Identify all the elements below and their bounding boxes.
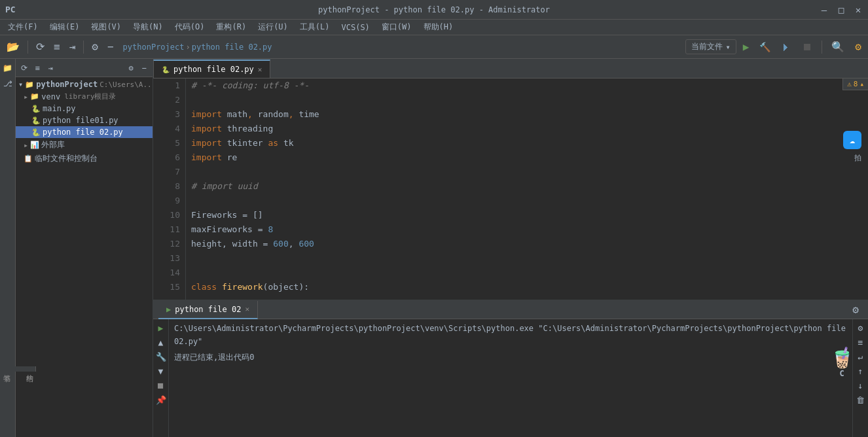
- cloud-label[interactable]: 拍: [854, 153, 861, 163]
- menu-file[interactable]: 文件(F): [3, 20, 43, 34]
- menu-window[interactable]: 窗口(W): [376, 20, 417, 34]
- code-modules-3c: time: [294, 107, 319, 122]
- tree-file01-label: python file01.py: [43, 116, 118, 125]
- build-button[interactable]: 🔨: [755, 40, 774, 54]
- editor-tab-close-icon[interactable]: ✕: [258, 65, 262, 74]
- toolbar-sync-icon[interactable]: ⟳: [32, 39, 48, 55]
- toolbar-indent-icon[interactable]: ⇥: [65, 39, 80, 55]
- sidebar-icons: 📁 ⎇: [0, 59, 16, 437]
- tree-file02-py-icon: 🐍: [31, 128, 41, 137]
- tree-settings-icon[interactable]: ⚙: [125, 62, 137, 74]
- bottom-right-settings-icon[interactable]: ⚙: [855, 322, 867, 334]
- bottom-trash-icon[interactable]: 🗑: [855, 394, 867, 406]
- editor-tab-file02[interactable]: 🐍 python file 02.py ✕: [153, 60, 270, 78]
- terminal-pin-icon[interactable]: 📌: [155, 394, 167, 406]
- tree-project-path: C:\Users\A...: [99, 80, 153, 89]
- terminal-exit-line: 进程已结束,退出代码0: [174, 351, 847, 364]
- search-button[interactable]: 🔍: [827, 39, 848, 55]
- tree-item-file02[interactable]: 🐍 python file 02.py: [16, 126, 153, 138]
- tree-item-main[interactable]: 🐍 main.py: [16, 103, 153, 114]
- code-tk: tk: [278, 136, 293, 150]
- menu-navigate[interactable]: 导航(N): [128, 20, 168, 34]
- run-config-dropdown[interactable]: 当前文件 ▾: [685, 39, 736, 54]
- menu-vcs[interactable]: VCS(S): [336, 22, 375, 33]
- app-logo: PC: [5, 5, 16, 14]
- code-comment-8: # import uuid: [191, 179, 258, 194]
- bottom-settings-icon[interactable]: ⚙: [848, 302, 863, 318]
- title-bar-left: PC: [5, 5, 16, 14]
- menu-view[interactable]: 视图(V): [86, 20, 126, 34]
- code-comma-12: ,: [222, 237, 232, 251]
- code-width-var: width: [232, 237, 258, 251]
- settings-button[interactable]: ⚙: [851, 39, 865, 55]
- editor-tab-py-icon: 🐍: [162, 66, 170, 73]
- run-button[interactable]: ▶: [739, 39, 753, 55]
- bottom-tab-close-icon[interactable]: ✕: [245, 305, 249, 313]
- maximize-button[interactable]: □: [837, 5, 846, 14]
- title-bar: PC pythonProject - python file 02.py - A…: [0, 0, 868, 20]
- kw-as-5: as: [268, 136, 278, 150]
- breadcrumb-project[interactable]: pythonProject: [123, 43, 185, 52]
- terminal-run-icon[interactable]: ▶: [155, 322, 167, 334]
- tree-root-project[interactable]: ▾ 📁 pythonProject C:\Users\A...: [16, 79, 153, 90]
- sticker-letter: C: [839, 369, 844, 378]
- code-line-12: height , width = 600 , 600: [191, 237, 863, 251]
- code-eq-11: =: [253, 222, 268, 237]
- line-num-1: 1: [156, 79, 180, 93]
- coverage-button[interactable]: ⏵: [777, 39, 795, 55]
- line-num-14: 14: [156, 266, 180, 280]
- run-config-label: 当前文件: [691, 41, 723, 52]
- cloud-text: 拍: [854, 154, 861, 162]
- kw-import-5: import: [191, 136, 222, 150]
- code-content[interactable]: # -*- coding: utf-8 -*- import math , ra…: [186, 79, 868, 300]
- code-modules-3: math: [227, 107, 247, 122]
- terminal-wrench-icon[interactable]: 🔧: [155, 351, 167, 362]
- minimize-button[interactable]: —: [820, 5, 829, 14]
- sidebar-project-icon[interactable]: 📁: [1, 61, 14, 75]
- code-editor[interactable]: 1 2 3 4 5 6 7 8 9 10 11 12 13 14 15: [153, 79, 868, 300]
- line-num-6: 6: [156, 150, 180, 165]
- cloud-sync-widget[interactable]: ☁: [843, 131, 861, 149]
- code-line-10: Fireworks = []: [191, 208, 863, 222]
- tree-item-venv[interactable]: ▸ 📁 venv library根目录: [16, 90, 153, 103]
- bottom-tab-run[interactable]: ▶ python file 02 ✕: [158, 301, 258, 319]
- menu-run[interactable]: 运行(U): [253, 20, 293, 34]
- tree-main-label: main.py: [43, 104, 76, 113]
- toolbar-settings-icon[interactable]: ⚙: [88, 39, 102, 55]
- sidebar-vcs-icon[interactable]: ⎇: [1, 77, 14, 90]
- menu-refactor[interactable]: 重构(R): [211, 20, 251, 34]
- terminal-down-icon[interactable]: ▼: [155, 365, 167, 377]
- toolbar-minus-icon[interactable]: −: [103, 39, 118, 55]
- tree-item-external[interactable]: ▸ 📊 外部库: [16, 138, 153, 152]
- tree-sync-icon[interactable]: ⟳: [18, 62, 30, 74]
- toolbar-list-icon[interactable]: ≡: [50, 39, 64, 55]
- warning-badge[interactable]: ⚠ 8 ▴: [842, 79, 868, 90]
- kw-class-15: class: [191, 280, 217, 294]
- code-line-2: [191, 93, 863, 107]
- tree-expand-icon[interactable]: ⇥: [45, 62, 56, 74]
- code-comma-3: ,: [247, 107, 253, 122]
- line-num-11: 11: [156, 222, 180, 237]
- tree-item-file01[interactable]: 🐍 python file01.py: [16, 114, 153, 126]
- code-line-5: import tkinter as tk: [191, 136, 863, 150]
- stop-button[interactable]: ⏹: [798, 39, 816, 55]
- breadcrumb-file[interactable]: python file 02.py: [192, 43, 272, 52]
- close-button[interactable]: ✕: [854, 5, 863, 14]
- menu-help[interactable]: 帮助(H): [418, 20, 459, 34]
- file-tree: ⟳ ≡ ⇥ ⚙ − ▾ 📁 pythonProject C:\Users\A..…: [16, 59, 153, 437]
- breadcrumb-separator: ›: [185, 43, 190, 52]
- toolbar-separator-2: [83, 41, 84, 54]
- tree-item-temp[interactable]: 📋 临时文件和控制台: [16, 152, 153, 166]
- menu-tools[interactable]: 工具(L): [295, 20, 335, 34]
- tree-hide-icon[interactable]: −: [138, 62, 150, 74]
- terminal-stop-icon[interactable]: ⏹: [155, 379, 167, 391]
- code-eq-10: =: [237, 208, 252, 222]
- toolbar-folder-icon[interactable]: 📂: [3, 39, 24, 55]
- warning-count: 8: [854, 80, 858, 88]
- editor-area: 🐍 python file 02.py ✕ 1 2 3 4 5 6 7 8 9: [153, 59, 868, 300]
- tree-collapse-icon[interactable]: ≡: [31, 62, 43, 74]
- line-num-13: 13: [156, 251, 180, 266]
- terminal-up-icon[interactable]: ▲: [155, 336, 167, 348]
- menu-code[interactable]: 代码(O): [170, 20, 210, 34]
- menu-edit[interactable]: 编辑(E): [45, 20, 85, 34]
